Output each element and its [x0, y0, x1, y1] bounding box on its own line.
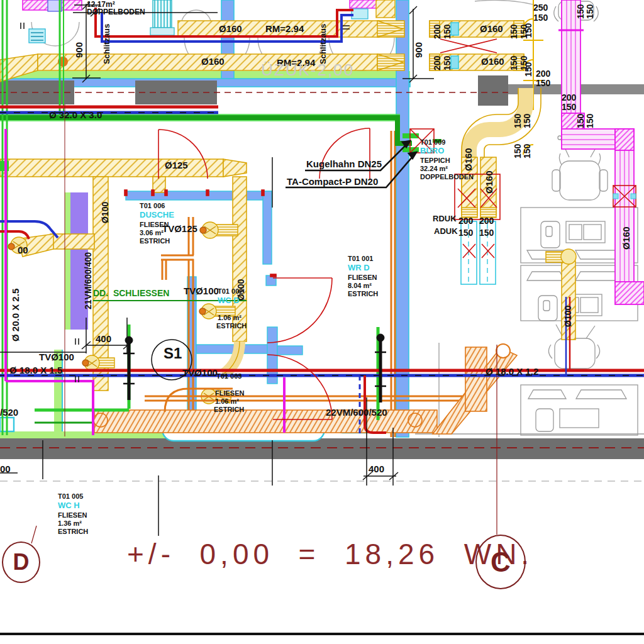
sheet-border: [0, 633, 644, 635]
grid-bubble-c: C: [475, 535, 526, 589]
duct-symbol: [561, 249, 576, 264]
shaft-circle: [152, 340, 192, 380]
level-annotation: +/- 0,00 = 18,26 WN.: [127, 537, 533, 571]
tv100-symbol: [82, 355, 114, 370]
tv100-symbol: [199, 304, 235, 319]
tv125-symbol: [200, 222, 238, 238]
grid-bubble-d: D: [2, 541, 40, 583]
duct-inlet-symbol: [8, 237, 27, 253]
hvac-floor-plan-sheet: 12.17m²DOPPELBODENSchlitzausSchlitzaus90…: [0, 0, 644, 644]
